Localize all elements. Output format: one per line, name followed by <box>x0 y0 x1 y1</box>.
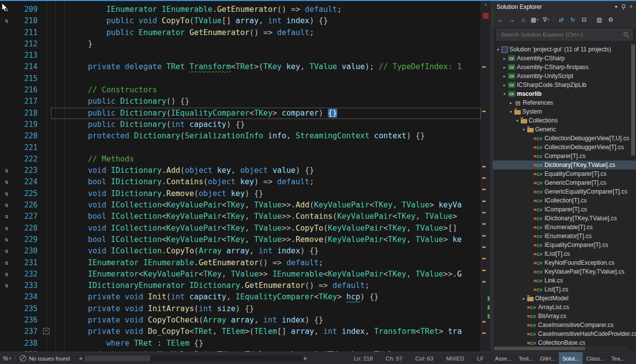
bottom-tab[interactable]: Class... <box>583 352 608 364</box>
code-line-row[interactable]: 220 protected Dictionary(SerializationIn… <box>0 130 481 142</box>
tree-item[interactable]: C#CaseInsensitiveHashCodeProvider.cs <box>493 329 636 338</box>
editor-horizontal-scrollbar[interactable]: ◀ ▶ <box>77 356 309 361</box>
panel-vertical-scrollbar[interactable] <box>631 42 636 337</box>
code-line[interactable]: // Methods <box>51 154 481 165</box>
refresh-button[interactable]: ↻ <box>567 15 578 25</box>
implements-arrows-icon[interactable]: ⇅ <box>4 245 8 257</box>
line-number[interactable]: 215 <box>13 73 41 84</box>
tree-item[interactable]: C#List[T].cs <box>493 285 636 294</box>
home-button[interactable]: ⌂ <box>518 15 529 25</box>
line-number[interactable]: 220 <box>13 130 41 142</box>
zoom-control[interactable]: % <box>0 355 9 362</box>
tree-item[interactable]: ▸C#ICSharpCode.SharpZipLib <box>493 81 636 89</box>
code-line[interactable]: IEnumerator IEnumerable.GetEnumerator() … <box>51 257 481 269</box>
tree-item[interactable]: C#IDictionary[TKey,TValue].cs <box>493 214 636 223</box>
implements-arrows-icon[interactable]: ⇅ <box>4 200 8 211</box>
line-number[interactable]: 225 <box>13 188 41 200</box>
code-line[interactable]: void IDictionary.Add(object key, object … <box>51 165 481 176</box>
horizontal-scrollbar-track[interactable] <box>84 356 302 361</box>
line-number[interactable]: 233 <box>13 280 41 291</box>
code-line-row[interactable]: ⇅224 bool IDictionary.Contains(object ke… <box>0 176 481 188</box>
code-line-row[interactable]: 237− private void Do_CopyTo<TRet, TElem>… <box>0 326 481 337</box>
implements-arrows-icon[interactable]: ⇅ <box>4 280 8 291</box>
line-number[interactable]: 231 <box>13 257 41 269</box>
code-line-row[interactable]: ⇅223 void IDictionary.Add(object key, ob… <box>0 165 481 176</box>
code-line[interactable]: private delegate TRet Transform<TRet>(TK… <box>51 61 481 73</box>
fold-collapse-icon[interactable]: − <box>43 328 49 334</box>
chevron-collapsed-icon[interactable]: ▸ <box>501 74 507 79</box>
code-line-row[interactable]: ⇅232 IEnumerator<KeyValuePair<TKey, TVal… <box>0 269 481 280</box>
line-number[interactable]: 234 <box>13 291 41 303</box>
code-line[interactable] <box>51 50 481 61</box>
status-char[interactable]: Ch: 57 <box>386 356 403 362</box>
line-number[interactable]: 224 <box>13 176 41 188</box>
code-line[interactable]: bool ICollection<KeyValuePair<TKey, TVal… <box>51 234 481 245</box>
implements-arrows-icon[interactable]: ⇅ <box>4 223 8 234</box>
tree-item[interactable]: C#KeyNotFoundException.cs <box>493 258 636 267</box>
tree-item[interactable]: ▾System <box>493 107 636 116</box>
tree-item[interactable]: C#IEqualityComparer[T].cs <box>493 241 636 249</box>
code-line-row[interactable]: ⇅227 bool ICollection<KeyValuePair<TKey,… <box>0 211 481 222</box>
code-line[interactable]: void ICollection<KeyValuePair<TKey, TVal… <box>51 200 481 211</box>
code-line[interactable]: IDictionaryEnumerator IDictionary.GetEnu… <box>51 280 481 291</box>
implements-arrows-icon[interactable]: ⇅ <box>4 15 8 27</box>
chevron-expanded-icon[interactable]: ▾ <box>508 110 514 114</box>
code-line[interactable]: // Constructors <box>51 84 481 96</box>
code-line[interactable]: private void InitArrays(int size) {} <box>51 303 481 315</box>
bottom-tab[interactable]: Test... <box>515 352 537 364</box>
implements-arrows-icon[interactable]: ⇅ <box>4 165 8 176</box>
tree-item[interactable]: C#Comparer[T].cs <box>493 152 636 161</box>
implements-arrows-icon[interactable]: ⇅ <box>4 257 8 269</box>
panel-horizontal-scrollbar-thumb[interactable] <box>494 347 585 350</box>
code-line[interactable]: private void Init(int capacity, IEqualit… <box>51 291 481 303</box>
line-number[interactable]: 217 <box>13 96 41 107</box>
chevron-expanded-icon[interactable]: ▾ <box>501 92 507 96</box>
code-line-row[interactable]: 211 public Enumerator GetEnumerator() =>… <box>0 27 481 39</box>
tree-item[interactable]: C#IComparer[T].cs <box>493 205 636 214</box>
code-line[interactable]: public Dictionary() {} <box>51 96 481 107</box>
tree-item[interactable]: ▾Generic <box>493 125 636 134</box>
line-number[interactable]: 219 <box>13 119 41 130</box>
panel-horizontal-scrollbar[interactable] <box>494 346 628 351</box>
code-editor[interactable]: ⇅209 IEnumerator IEnumerable.GetEnumerat… <box>0 1 490 352</box>
code-line-row[interactable]: 222 // Methods <box>0 154 481 165</box>
chevron-collapsed-icon[interactable]: ▸ <box>501 56 507 61</box>
code-line-row[interactable]: 219 public Dictionary(int capacity) {} <box>0 119 481 130</box>
chevron-collapsed-icon[interactable]: ▸ <box>521 296 527 301</box>
line-number[interactable]: 223 <box>13 165 41 176</box>
chevron-expanded-icon[interactable]: ▾ <box>495 47 501 52</box>
code-line[interactable]: private void Do_CopyTo<TRet, TElem>(TEle… <box>51 326 481 337</box>
line-number[interactable]: 236 <box>13 315 41 326</box>
tree-item[interactable]: C#ArrayList.cs <box>493 303 636 312</box>
bottom-tab[interactable]: Solut... <box>559 352 583 364</box>
filter-button[interactable]: ∇▾ <box>541 15 551 25</box>
line-number[interactable]: 228 <box>13 223 41 234</box>
forward-button[interactable]: → <box>506 15 517 25</box>
show-all-files-button[interactable]: ▨ <box>594 15 605 25</box>
window-position-icon[interactable]: ▾ <box>615 4 617 9</box>
chevron-collapsed-icon[interactable]: ▸ <box>508 101 514 105</box>
tree-item[interactable]: ▾Solution 'project-gui' (11 of 11 projec… <box>493 45 636 54</box>
code-line-row[interactable]: 234 private void Init(int capacity, IEqu… <box>0 291 481 303</box>
split-editor-handle[interactable]: ≡ <box>481 1 490 8</box>
chevron-collapsed-icon[interactable]: ▸ <box>501 83 507 87</box>
document-health-indicator[interactable]: No issues found <box>20 355 75 362</box>
sync-with-active-document-button[interactable]: ⇄ <box>556 15 567 25</box>
tree-item[interactable]: C#IList[T].cs <box>493 249 636 258</box>
line-number[interactable]: 239 <box>13 349 41 352</box>
code-line[interactable] <box>51 142 481 154</box>
panel-vertical-scrollbar-thumb[interactable] <box>631 44 635 156</box>
solution-search-input[interactable] <box>500 31 623 38</box>
code-line-row[interactable]: 214 private delegate TRet Transform<TRet… <box>0 61 481 73</box>
tree-item[interactable]: C#CaseInsensitiveComparer.cs <box>493 321 636 329</box>
scroll-left-icon[interactable]: ◀ <box>77 356 84 361</box>
tree-item[interactable]: ▸C#Assembly-CSharp <box>493 54 636 63</box>
tree-item[interactable]: ▸ObjectModel <box>493 294 636 303</box>
tree-item[interactable]: ▸▤References <box>493 98 636 107</box>
back-button[interactable]: ← <box>495 15 506 25</box>
code-line-row[interactable]: 216 // Constructors <box>0 84 481 96</box>
tree-item[interactable]: C#IEnumerable[T].cs <box>493 223 636 232</box>
code-line[interactable]: where TRet : TElem {} <box>51 338 481 349</box>
code-line[interactable]: void ICollection<KeyValuePair<TKey, TVal… <box>51 223 481 234</box>
tree-item[interactable]: ▾Collections <box>493 116 636 125</box>
